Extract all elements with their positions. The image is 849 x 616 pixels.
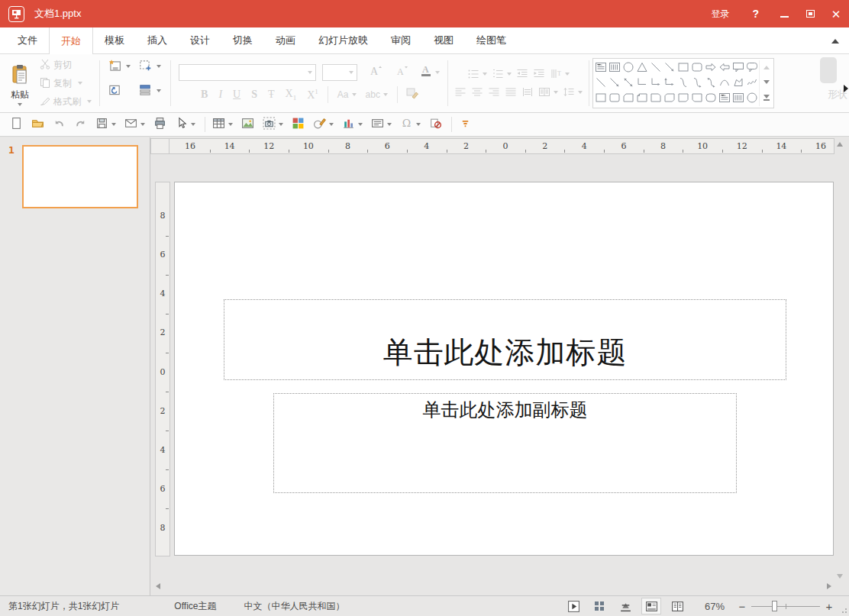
shape-rect-1-icon[interactable] <box>595 92 607 106</box>
font-name-combobox[interactable] <box>179 64 316 81</box>
tab-模板[interactable]: 模板 <box>93 27 136 53</box>
shape-rect-8-icon[interactable] <box>691 92 703 106</box>
shape-callout-round-icon[interactable] <box>746 61 758 76</box>
title-placeholder[interactable]: 单击此处添加标题 <box>224 299 786 380</box>
tab-幻灯片放映[interactable]: 幻灯片放映 <box>307 27 379 53</box>
shape-text-box-v-icon[interactable] <box>609 61 621 76</box>
shape-rect-9-icon[interactable] <box>705 92 717 106</box>
normal-view-icon[interactable] <box>641 598 661 614</box>
expand-panel-icon[interactable] <box>844 85 848 92</box>
shapes-more-icon[interactable] <box>763 95 770 101</box>
open-folder-button[interactable] <box>28 115 47 134</box>
new-slide-button[interactable] <box>105 59 135 75</box>
shape-elbow-double-arrow-icon[interactable] <box>663 76 676 91</box>
slideshow-play-icon[interactable] <box>563 598 583 614</box>
new-slide-dropdown-icon[interactable] <box>126 65 131 68</box>
slide-section-button[interactable] <box>135 83 166 99</box>
table-dropdown-icon[interactable] <box>228 123 233 126</box>
shape-rectangle-icon[interactable] <box>677 61 689 76</box>
shape-ellipse-icon[interactable] <box>746 92 758 106</box>
paste-dropdown-icon[interactable] <box>18 103 22 106</box>
slide-layout-dropdown-icon[interactable] <box>157 65 161 68</box>
screenshot-button[interactable] <box>260 115 286 134</box>
superscript-button[interactable]: X1 <box>307 88 318 102</box>
shape-callout-rect-icon[interactable] <box>732 61 744 76</box>
zoom-in-button[interactable]: + <box>823 600 835 613</box>
shape-rect-4-icon[interactable] <box>636 92 648 106</box>
save-button[interactable] <box>92 115 119 134</box>
shape-rect-6-icon[interactable] <box>663 92 676 106</box>
clip-gallery-button[interactable] <box>289 115 308 134</box>
chart-button[interactable] <box>339 115 366 134</box>
screenshot-dropdown-icon[interactable] <box>279 123 283 126</box>
tab-文件[interactable]: 文件 <box>6 27 49 53</box>
chart-dropdown-icon[interactable] <box>358 123 363 126</box>
scroll-up-icon[interactable] <box>837 142 843 147</box>
shape-rect-3-icon[interactable] <box>622 92 634 106</box>
text-box-button[interactable] <box>368 115 395 134</box>
columns-icon[interactable] <box>538 86 558 98</box>
theme-status[interactable]: Office主题 <box>174 600 216 613</box>
draw-shape-button[interactable] <box>310 115 337 134</box>
font-color-dropdown-icon[interactable] <box>435 71 440 74</box>
text-box-dropdown-icon[interactable] <box>387 123 392 126</box>
shape-line-arrow-icon[interactable] <box>663 61 676 76</box>
strikethrough-button[interactable]: S <box>251 89 257 101</box>
shape-arrow-diag-icon[interactable] <box>609 76 621 91</box>
line-spacing-icon[interactable] <box>563 86 583 98</box>
select-cursor-button[interactable] <box>172 115 199 134</box>
shape-rect-2-icon[interactable] <box>609 92 621 106</box>
italic-button[interactable]: I <box>218 89 222 101</box>
change-case-dropdown-icon[interactable] <box>352 93 357 96</box>
clear-format-icon[interactable] <box>405 87 419 102</box>
redo-button[interactable] <box>71 115 90 134</box>
tab-设计[interactable]: 设计 <box>179 27 221 53</box>
tab-绘图笔[interactable]: 绘图笔 <box>465 27 518 53</box>
symbol-omega-button[interactable]: Ω <box>397 115 424 134</box>
shape-line-diag-icon[interactable] <box>595 76 607 91</box>
change-case-button[interactable]: Aa <box>337 89 349 100</box>
cut-button[interactable]: 剪切 <box>40 59 92 72</box>
paste-button[interactable]: 粘贴 <box>0 61 40 106</box>
undo-button[interactable] <box>50 115 69 134</box>
font-color-button[interactable]: A <box>420 64 432 81</box>
shape-text-box-v-icon[interactable] <box>732 92 744 106</box>
copy-button[interactable]: 复制 <box>40 77 92 90</box>
bullets-icon[interactable] <box>467 68 487 80</box>
print-button[interactable] <box>150 115 169 134</box>
reset-slide-button[interactable] <box>105 83 135 99</box>
shape-text-box-h-icon[interactable] <box>718 92 731 106</box>
shape-curve-s-double-icon[interactable] <box>705 76 717 91</box>
bold-button[interactable]: B <box>201 89 208 101</box>
notes-view-icon[interactable] <box>667 598 687 614</box>
slide-section-dropdown-icon[interactable] <box>157 89 161 92</box>
text-direction-icon[interactable]: T <box>550 68 570 80</box>
draw-shape-dropdown-icon[interactable] <box>329 123 334 126</box>
grow-font-button[interactable]: A <box>368 64 383 81</box>
align-right-icon[interactable] <box>488 86 500 98</box>
scroll-left-icon[interactable] <box>156 583 160 589</box>
shape-curve-s-icon[interactable] <box>677 76 689 91</box>
shape-rounded-rectangle-icon[interactable] <box>691 61 703 76</box>
shapes-scroll-up-icon[interactable] <box>763 66 770 69</box>
shape-elbow-icon[interactable] <box>636 76 648 91</box>
minimize-button[interactable] <box>771 0 797 27</box>
tab-切换[interactable]: 切换 <box>221 27 264 53</box>
shape-line-icon[interactable] <box>650 61 662 76</box>
numbering-icon[interactable] <box>492 68 512 80</box>
shape-arrow-left-icon[interactable] <box>718 61 731 76</box>
shape-double-arrow-diag-icon[interactable] <box>622 76 634 91</box>
maximize-button[interactable] <box>797 0 823 27</box>
shape-freeform-icon[interactable] <box>732 76 744 91</box>
zoom-slider-handle[interactable] <box>772 601 777 611</box>
font-size-combobox[interactable] <box>322 64 357 81</box>
shrink-font-button[interactable]: A <box>394 64 409 81</box>
distribute-icon[interactable] <box>521 86 534 98</box>
mail-dropdown-icon[interactable] <box>140 123 145 126</box>
ribbon-scroll-thumb[interactable] <box>820 57 837 83</box>
shape-ellipse-icon[interactable] <box>622 61 634 76</box>
no-symbol-button[interactable] <box>426 115 445 134</box>
customize-toolbar-button[interactable] <box>456 115 475 134</box>
shape-curve-s-arrow-icon[interactable] <box>691 76 703 91</box>
tab-插入[interactable]: 插入 <box>136 27 179 53</box>
